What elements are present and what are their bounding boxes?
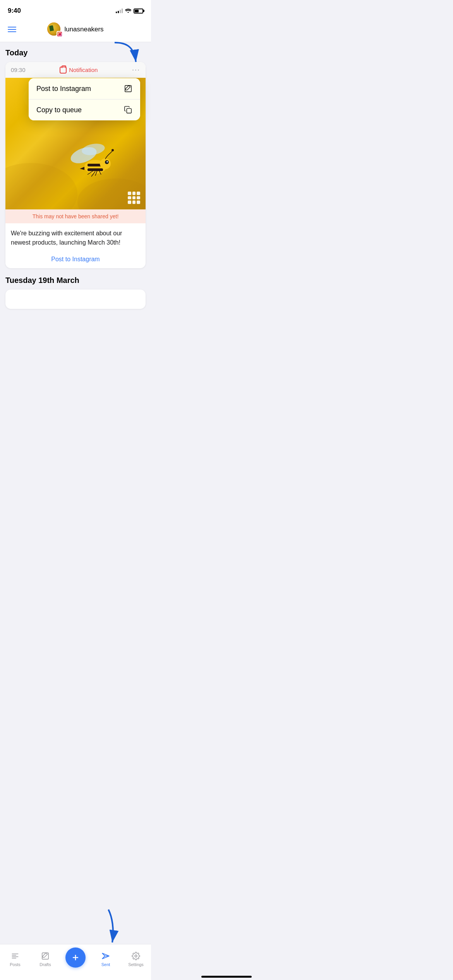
more-options-button[interactable]: ···: [132, 66, 140, 74]
signal-icon: [116, 9, 123, 13]
section-title-today: Today: [5, 48, 146, 57]
header: lunasneakers: [0, 19, 151, 42]
status-time: 9:40: [8, 7, 21, 15]
post-to-instagram-label: Post to Instagram: [36, 85, 91, 93]
notification-icon: [60, 67, 67, 74]
card-caption: We're buzzing with excitement about our …: [11, 229, 140, 247]
bee-image: [68, 140, 122, 186]
post-to-instagram-link[interactable]: Post to Instagram: [51, 256, 100, 262]
section-title-tuesday: Tuesday 19th March: [5, 276, 146, 285]
card-header: 09:30 Notification ···: [5, 62, 146, 78]
avatar: [47, 22, 61, 36]
edit-icon: [124, 84, 132, 93]
svg-rect-2: [127, 108, 131, 113]
account-selector[interactable]: lunasneakers: [47, 22, 103, 36]
notification-label: Notification: [60, 67, 98, 74]
status-icons: [116, 8, 143, 14]
copy-to-queue-option[interactable]: Copy to queue: [29, 99, 140, 120]
battery-icon: [134, 9, 143, 14]
post-card-1: 09:30 Notification ··· Post to Instagram: [5, 62, 146, 268]
instagram-badge: [57, 31, 63, 37]
main-content: Today 09:30 Notification ···: [0, 42, 151, 344]
svg-point-14: [112, 149, 114, 151]
username-label: lunasneakers: [64, 26, 103, 33]
menu-button[interactable]: [8, 27, 16, 32]
svg-point-3: [5, 163, 77, 209]
svg-rect-10: [88, 168, 103, 171]
warning-banner: This may not have been shared yet!: [5, 209, 146, 223]
wifi-icon: [125, 8, 131, 14]
notification-text: Notification: [69, 67, 98, 73]
page-wrapper: 9:40: [0, 0, 151, 344]
status-bar: 9:40: [0, 0, 151, 19]
dropdown-menu: Post to Instagram Copy to queue: [29, 78, 140, 120]
card-body: We're buzzing with excitement about our …: [5, 223, 146, 256]
post-to-instagram-option[interactable]: Post to Instagram: [29, 78, 140, 99]
card-action: Post to Instagram: [5, 256, 146, 268]
copy-to-queue-label: Copy to queue: [36, 106, 82, 114]
card-time: 09:30: [11, 67, 26, 73]
svg-point-11: [100, 158, 111, 169]
tuesday-card: [5, 290, 146, 309]
copy-icon: [124, 106, 132, 114]
grid-view-button[interactable]: [128, 192, 140, 204]
svg-point-13: [106, 161, 108, 163]
